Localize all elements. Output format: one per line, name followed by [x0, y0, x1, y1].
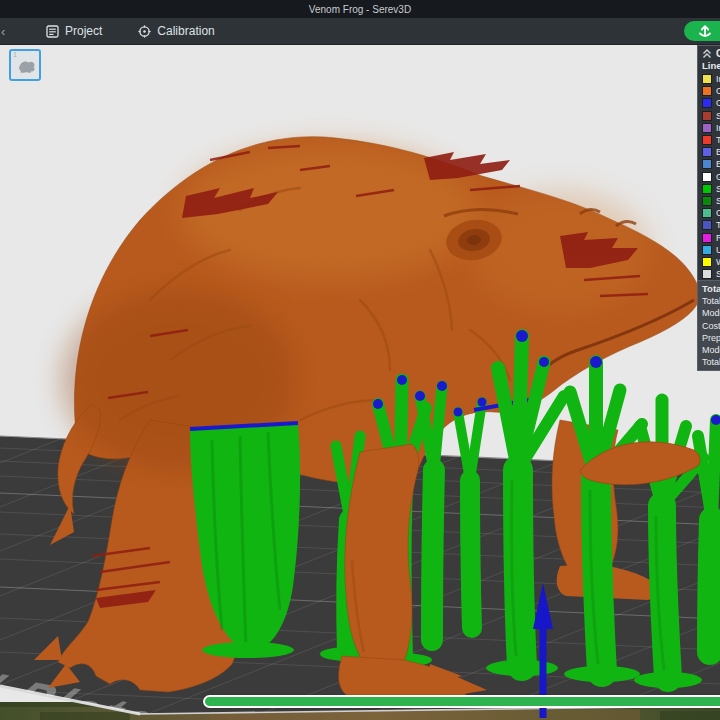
legend-item-wipe[interactable]: Wipe [698, 256, 720, 268]
window-title: Venom Frog - Serev3D [309, 4, 411, 15]
color-swatch [702, 184, 712, 194]
menu-bar: ‹ Project Calibration [0, 18, 720, 45]
color-swatch [702, 233, 712, 243]
plate-thumbnail[interactable]: 1 [9, 49, 41, 81]
tab-calibration[interactable]: Calibration [138, 24, 214, 38]
upload-icon [697, 24, 713, 38]
color-swatch [702, 123, 712, 133]
legend-item-bridge[interactable]: Bridge [698, 158, 720, 170]
total-estimation-title: Total Estimation [698, 282, 720, 295]
layer-move-slider[interactable] [203, 695, 720, 708]
legend-group-title: Line Type [698, 60, 720, 73]
color-swatch [702, 159, 712, 169]
stat-total-filament: Total filament: [698, 295, 720, 307]
tab-project[interactable]: Project [46, 24, 102, 38]
color-swatch [702, 86, 712, 96]
legend-item-support[interactable]: Support [698, 183, 720, 195]
color-swatch [702, 98, 712, 108]
tab-project-label: Project [65, 24, 102, 38]
legend-item-internal-solid-infill[interactable]: Internal solid infill [698, 122, 720, 134]
legend-item-bottom-surface[interactable]: Bottom surface [698, 146, 720, 158]
legend-item-top-surface[interactable]: Top surface [698, 134, 720, 146]
legend-item-seam[interactable]: Seam [698, 268, 720, 280]
legend-item-unretract[interactable]: Unretract [698, 244, 720, 256]
collapse-double-chevron-up-icon[interactable] [702, 49, 712, 59]
model-front-leg [345, 444, 419, 662]
color-swatch [702, 74, 712, 84]
stat-model-printing-time: Model printing time: [698, 344, 720, 356]
slicer-window: el Plate [0, 0, 720, 720]
total-estimation-section: Total Estimation Total filament: Model f… [698, 280, 720, 370]
project-board-icon [46, 25, 59, 38]
legend-item-inner-wall[interactable]: Inner wall [698, 73, 720, 85]
chevron-left-icon[interactable]: ‹ [1, 24, 9, 39]
color-swatch [702, 269, 712, 279]
stat-prepare-time: Prepare time: [698, 332, 720, 344]
legend-item-overhang-wall[interactable]: Overhang wall [698, 97, 720, 109]
color-swatch [702, 220, 712, 230]
color-swatch [702, 245, 712, 255]
plate-number: 1 [13, 51, 17, 58]
legend-item-travel[interactable]: Travel [698, 219, 720, 231]
legend-item-gap-infill[interactable]: Gap infill [698, 171, 720, 183]
color-swatch [702, 111, 712, 121]
color-swatch [702, 208, 712, 218]
stat-total-time: Total time: [698, 356, 720, 368]
legend-item-support-interface[interactable]: Support interface [698, 195, 720, 207]
title-bar: Venom Frog - Serev3D [0, 0, 720, 18]
legend-item-retract[interactable]: Retract [698, 231, 720, 243]
stat-cost: Cost: [698, 320, 720, 332]
legend-header: Color Scheme [716, 48, 720, 59]
color-swatch [702, 196, 712, 206]
color-swatch [702, 135, 712, 145]
color-swatch [702, 147, 712, 157]
send-to-printer-button[interactable] [684, 21, 720, 41]
legend-item-custom[interactable]: Custom [698, 207, 720, 219]
legend-item-outer-wall[interactable]: Outer wall [698, 85, 720, 97]
legend-panel: Color Scheme Line Type Inner wall Outer … [697, 45, 720, 371]
stat-model-filament: Model filament: [698, 307, 720, 319]
color-swatch [702, 172, 712, 182]
legend-item-sparse-infill[interactable]: Sparse infill [698, 110, 720, 122]
tab-calibration-label: Calibration [157, 24, 214, 38]
viewport-3d[interactable]: el Plate [0, 0, 720, 720]
color-swatch [702, 257, 712, 267]
calibration-icon [138, 25, 151, 38]
